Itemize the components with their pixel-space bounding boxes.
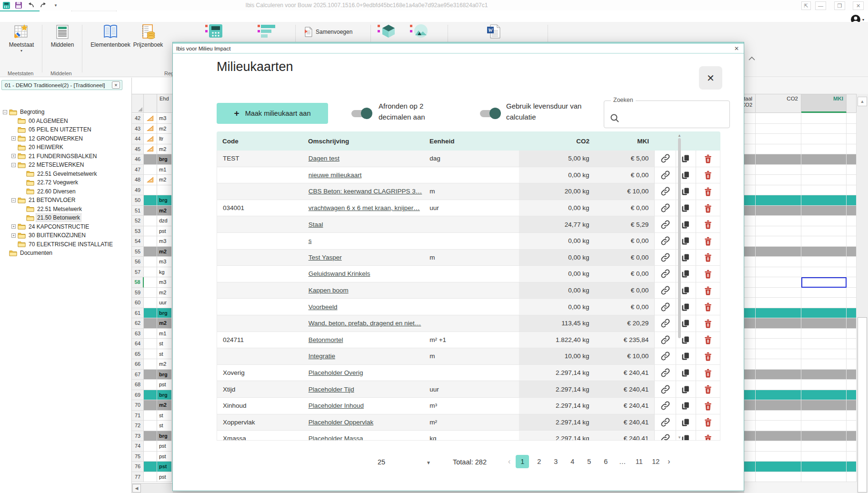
grid-row-59[interactable]: 59m2 xyxy=(132,288,172,298)
list-scroll-up-icon[interactable]: ▲ xyxy=(678,133,681,138)
ehd-cell[interactable]: m2 xyxy=(157,247,172,257)
ehd-cell[interactable]: m3 xyxy=(157,113,172,124)
row-number[interactable]: 58 xyxy=(132,277,144,288)
grid-row-58[interactable]: 58m3 xyxy=(132,277,172,288)
grid-right-row-50[interactable] xyxy=(744,195,857,206)
scroll-up-arrow-icon[interactable]: ▲ xyxy=(858,97,867,106)
row-flag-cell[interactable] xyxy=(144,411,157,421)
grid-right-row-45[interactable] xyxy=(744,144,857,155)
list-scroll-down-icon[interactable]: ▼ xyxy=(678,435,681,440)
tree-item-22-72-voegwerk[interactable]: 22.72 Voegwerk xyxy=(20,178,79,187)
row-flag-cell[interactable] xyxy=(144,195,157,206)
row-number[interactable]: 48 xyxy=(132,175,144,185)
row-flag-cell[interactable] xyxy=(144,165,157,175)
row-flag-cell[interactable] xyxy=(144,462,157,472)
grid-row-45[interactable]: 45m2 xyxy=(132,144,172,155)
page-size-select[interactable]: 25 xyxy=(367,458,396,466)
row-flag-cell[interactable] xyxy=(144,134,157,144)
ehd-cell[interactable] xyxy=(157,185,172,196)
link-icon[interactable] xyxy=(654,431,676,441)
tree-item-12-grondwerken[interactable]: +12 GRONDWERKEN xyxy=(11,134,84,143)
ehd-cell[interactable]: m2 xyxy=(157,144,172,155)
expand-icon[interactable]: + xyxy=(11,224,16,229)
milieukaart-row[interactable]: nieuwe milieukaart0,00 kg€ 0,00 xyxy=(217,167,720,184)
grid-row-71[interactable]: 71st xyxy=(132,411,172,421)
row-flag-cell[interactable] xyxy=(144,236,157,247)
tree-item-21-betonvloer[interactable]: −21 BETONVLOER xyxy=(11,196,76,204)
milieukaart-row[interactable]: XmassaPlaceholder Massakg2.297,14 kg€ 24… xyxy=(217,431,720,441)
link-icon[interactable] xyxy=(654,299,676,315)
page-3[interactable]: 3 xyxy=(549,455,562,468)
milieukaart-link[interactable]: Placeholder Massa xyxy=(309,435,363,441)
ehd-cell[interactable]: pst xyxy=(157,380,172,390)
tree-item-30-buitenkozijnen[interactable]: +30 BUITENKOZIJNEN xyxy=(11,231,87,240)
delete-icon[interactable] xyxy=(696,299,720,315)
link-icon[interactable] xyxy=(654,183,676,200)
grid-right-row-67[interactable] xyxy=(744,370,857,380)
page-5[interactable]: 5 xyxy=(582,455,596,468)
collapse-icon[interactable]: − xyxy=(11,163,16,167)
page-2[interactable]: 2 xyxy=(532,455,546,468)
row-flag-cell[interactable] xyxy=(144,185,157,196)
use-lifespan-toggle[interactable] xyxy=(480,110,500,117)
delete-icon[interactable] xyxy=(696,216,720,232)
grid-row-65[interactable]: 65st xyxy=(132,349,172,360)
ehd-cell[interactable]: brg xyxy=(157,154,172,165)
delete-icon[interactable] xyxy=(696,183,720,200)
document-tab[interactable]: 01 - DEMO Traditioneel(2) - [Traditionee… xyxy=(1,80,122,90)
milieukaart-row[interactable]: XoppervlakPlaceholder Oppervlakm²2.297,1… xyxy=(217,414,720,431)
milieukaart-row[interactable]: Staal24,77 kg€ 5,29 xyxy=(217,216,720,233)
row-flag-cell[interactable] xyxy=(144,370,157,380)
grid-row-73[interactable]: 73brg xyxy=(132,431,172,442)
milieukaart-link[interactable]: Kappen boom xyxy=(309,287,349,294)
grid-row-52[interactable]: 52dzd xyxy=(132,216,172,226)
tree-item-22-51-gevelmetselwerk[interactable]: 22.51 Gevelmetselwerk xyxy=(20,170,98,178)
round-decimals-toggle[interactable] xyxy=(351,110,371,117)
scroll-left-arrow-icon[interactable]: ◀ xyxy=(132,484,141,493)
grid-right-row-54[interactable] xyxy=(744,236,857,247)
meetstaat-button[interactable]: Meetstaat ▾ xyxy=(5,24,38,53)
grid-row-74[interactable]: 74pst xyxy=(132,441,172,452)
row-number[interactable]: 56 xyxy=(132,257,144,267)
list-scrollbar-thumb[interactable] xyxy=(678,138,681,338)
row-number[interactable]: 61 xyxy=(132,308,144,319)
row-flag-cell[interactable] xyxy=(144,472,157,483)
row-number[interactable]: 66 xyxy=(132,359,144,370)
row-number[interactable]: 63 xyxy=(132,329,144,339)
link-icon[interactable] xyxy=(654,332,676,348)
grid-row-70[interactable]: 70m2 xyxy=(132,400,172,411)
grid-right-row-64[interactable] xyxy=(744,339,857,349)
co2-column-header[interactable]: CO2 xyxy=(756,94,801,113)
ehd-cell[interactable]: m2 xyxy=(157,400,172,411)
tree-item-22-60-diversen[interactable]: 22.60 Diversen xyxy=(20,187,77,196)
row-number[interactable]: 59 xyxy=(132,288,144,298)
grid-row-63[interactable]: 63m1 xyxy=(132,329,172,339)
dialog-list-scrollbar[interactable]: ▲ ▼ xyxy=(677,131,682,441)
delete-icon[interactable] xyxy=(696,315,720,332)
milieukaart-row[interactable]: Integratiem10,00 kg€ 10,00 xyxy=(217,348,720,365)
ehd-cell[interactable]: st xyxy=(157,349,172,360)
grid-right-row-71[interactable] xyxy=(744,411,857,421)
ehd-cell[interactable]: pst xyxy=(157,226,172,237)
row-number[interactable]: 68 xyxy=(132,380,144,390)
link-icon[interactable] xyxy=(654,167,676,183)
ehd-cell[interactable]: m3 xyxy=(157,257,172,267)
grid-right-row-52[interactable] xyxy=(744,216,857,226)
undo-icon[interactable] xyxy=(27,1,35,9)
grid-row-62[interactable]: 62m2 xyxy=(132,318,172,329)
tree-item-05-peil-en-uitzetten[interactable]: 05 PEIL EN UITZETTEN xyxy=(11,125,92,134)
row-number[interactable]: 71 xyxy=(132,411,144,421)
milieukaart-row[interactable]: Test Yasperm0,00 kg€ 0,00 xyxy=(217,250,720,266)
row-number[interactable]: 77 xyxy=(132,472,144,483)
row-number[interactable]: 54 xyxy=(132,236,144,247)
grid-right-row-55[interactable] xyxy=(744,247,857,257)
grid-vertical-scrollbar[interactable]: ▲ xyxy=(857,94,868,493)
delete-icon[interactable] xyxy=(696,332,720,348)
delete-icon[interactable] xyxy=(696,381,720,397)
grid-right-row-75[interactable] xyxy=(744,452,857,462)
grid-right-row-57[interactable] xyxy=(744,267,857,278)
tree-item-70-elektrische-installatie[interactable]: 70 ELEKTRISCHE INSTALLATIE xyxy=(11,240,114,249)
grid-row-72[interactable]: 72st xyxy=(132,421,172,431)
link-icon[interactable] xyxy=(654,381,676,397)
restore-button[interactable]: ❐ xyxy=(834,1,845,10)
